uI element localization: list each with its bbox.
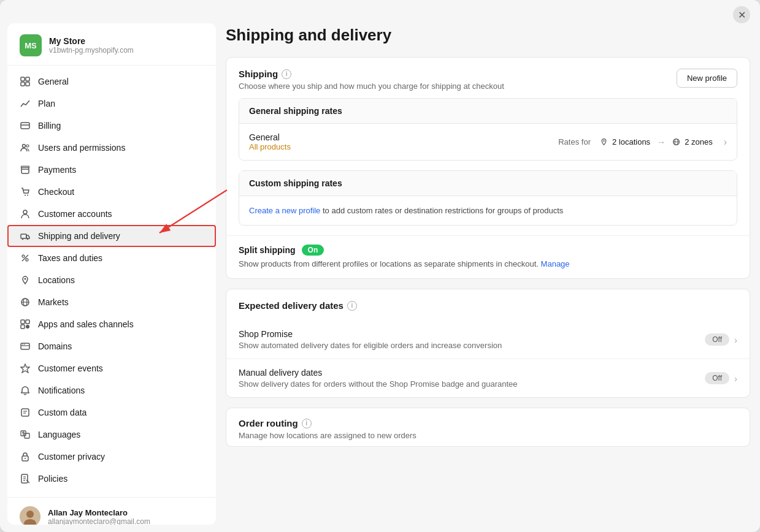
sidebar-item-locations[interactable]: Locations (7, 269, 216, 291)
shop-promise-name: Shop Promise (239, 329, 705, 339)
store-info: My Store v1bwtn-pg.myshopify.com (49, 36, 134, 55)
general-label: General (38, 77, 204, 86)
sidebar-item-customer-accounts[interactable]: Customer accounts (7, 203, 216, 225)
manual-delivery-chevron: › (734, 373, 737, 384)
delivery-card: Expected delivery dates i Shop Promise S… (226, 289, 750, 398)
delivery-title: Expected delivery dates (239, 300, 344, 311)
apps-label: Apps and sales channels (38, 319, 204, 329)
split-shipping-label: Split shipping (239, 245, 296, 255)
page-title: Shipping and delivery (226, 23, 750, 45)
users-icon (20, 142, 31, 153)
customer-events-icon (20, 363, 31, 374)
notifications-label: Notifications (38, 386, 204, 395)
new-profile-button[interactable]: New profile (677, 69, 737, 88)
order-routing-info-icon[interactable]: i (302, 419, 312, 428)
svg-rect-1 (26, 77, 29, 81)
store-avatar: MS (20, 34, 42, 56)
svg-point-46 (603, 140, 604, 142)
sidebar-item-apps[interactable]: Apps and sales channels (7, 313, 216, 335)
languages-label: Languages (38, 430, 204, 439)
sidebar-item-general[interactable]: General (7, 70, 216, 93)
customer-privacy-label: Customer privacy (38, 452, 204, 462)
manual-delivery-item[interactable]: Manual delivery dates Show delivery date… (226, 359, 750, 397)
taxes-icon (20, 253, 31, 264)
sidebar-item-shipping[interactable]: Shipping and delivery (7, 225, 216, 247)
window-header: ✕ (0, 0, 760, 23)
markets-label: Markets (38, 297, 204, 307)
store-name: My Store (49, 36, 134, 46)
store-url: v1bwtn-pg.myshopify.com (49, 46, 134, 55)
shop-promise-item[interactable]: Shop Promise Show automated delivery dat… (226, 321, 750, 359)
sidebar-item-customer-events[interactable]: Customer events (7, 357, 216, 379)
sidebar-footer: Allan Jay Monteclaro allanjaymonteclaro@… (7, 497, 216, 525)
rates-for-label: Rates for (558, 137, 591, 146)
create-profile-link[interactable]: Create a new profile (249, 206, 320, 215)
general-rates-sub: All products (249, 142, 558, 151)
policies-icon (20, 473, 31, 484)
close-button[interactable]: ✕ (733, 6, 750, 23)
sidebar-item-plan[interactable]: Plan (7, 93, 216, 115)
split-manage-link[interactable]: Manage (541, 259, 570, 268)
user-name: Allan Jay Monteclaro (48, 508, 150, 517)
users-label: Users and permissions (38, 143, 204, 153)
shipping-card: Shipping i Choose where you ship and how… (226, 57, 750, 279)
split-shipping-badge: On (302, 245, 324, 256)
nav-section: General Plan (7, 66, 216, 495)
shipping-info-icon[interactable]: i (282, 69, 291, 79)
split-shipping-desc: Show products from different profiles or… (239, 259, 737, 268)
general-rates-name: General (249, 132, 558, 142)
shipping-icon (20, 230, 31, 241)
sidebar-item-users[interactable]: Users and permissions (7, 137, 216, 159)
general-rates-header: General shipping rates (239, 99, 737, 124)
sidebar-item-domains[interactable]: Domains (7, 335, 216, 357)
billing-label: Billing (38, 121, 204, 131)
zones-count: 2 zones (685, 137, 713, 146)
delivery-info-icon[interactable]: i (347, 301, 357, 311)
locations-count: 2 locations (612, 137, 650, 146)
general-rates-row[interactable]: General All products Rates for (239, 124, 737, 160)
order-routing-desc: Manage how locations are assigned to new… (239, 431, 737, 440)
svg-point-44 (26, 511, 34, 518)
svg-point-27 (22, 344, 23, 345)
plan-icon (20, 98, 31, 109)
apps-icon (20, 319, 31, 330)
sidebar-item-checkout[interactable]: Checkout (7, 181, 216, 203)
sidebar-item-languages[interactable]: Languages (7, 424, 216, 446)
languages-icon (20, 429, 31, 440)
row-chevron-right: › (724, 137, 727, 148)
custom-rates-section: Custom shipping rates Create a new profi… (239, 170, 737, 226)
billing-icon (20, 120, 31, 131)
shop-promise-chevron: › (734, 335, 737, 345)
svg-rect-2 (21, 82, 25, 86)
sidebar-item-notifications[interactable]: Notifications (7, 379, 216, 401)
svg-point-15 (22, 255, 25, 257)
svg-point-11 (23, 210, 27, 214)
sidebar-item-payments[interactable]: Payments (7, 159, 216, 181)
user-email: allanjaymonteclaro@gmail.com (48, 517, 150, 525)
svg-rect-30 (21, 409, 29, 416)
svg-point-13 (22, 238, 24, 240)
custom-data-label: Custom data (38, 408, 204, 417)
payments-icon (20, 164, 31, 175)
svg-point-24 (26, 325, 29, 329)
svg-marker-29 (21, 364, 29, 373)
customer-accounts-label: Customer accounts (38, 209, 204, 219)
sidebar-item-billing[interactable]: Billing (7, 115, 216, 137)
store-header: MS My Store v1bwtn-pg.myshopify.com (7, 23, 216, 66)
locations-label: Locations (38, 275, 204, 285)
manual-delivery-badge: Off (705, 372, 729, 384)
shipping-subtitle: Choose where you ship and how much you c… (239, 82, 504, 91)
order-routing-header: Order routing i Manage how locations are… (226, 408, 750, 446)
custom-rates-body: Create a new profile to add custom rates… (239, 196, 737, 225)
sidebar-item-custom-data[interactable]: Custom data (7, 401, 216, 424)
sidebar-item-customer-privacy[interactable]: Customer privacy (7, 446, 216, 468)
svg-rect-0 (21, 77, 25, 81)
locations-icon (20, 275, 31, 286)
shipping-card-header: Shipping i Choose where you ship and how… (226, 58, 750, 98)
sidebar-item-taxes[interactable]: Taxes and duties (7, 247, 216, 269)
sidebar-item-policies[interactable]: Policies (7, 468, 216, 490)
delivery-card-header: Expected delivery dates i (226, 289, 750, 321)
sidebar-item-markets[interactable]: Markets (7, 291, 216, 313)
svg-point-17 (25, 278, 26, 280)
delivery-title-row: Expected delivery dates i (239, 300, 357, 311)
